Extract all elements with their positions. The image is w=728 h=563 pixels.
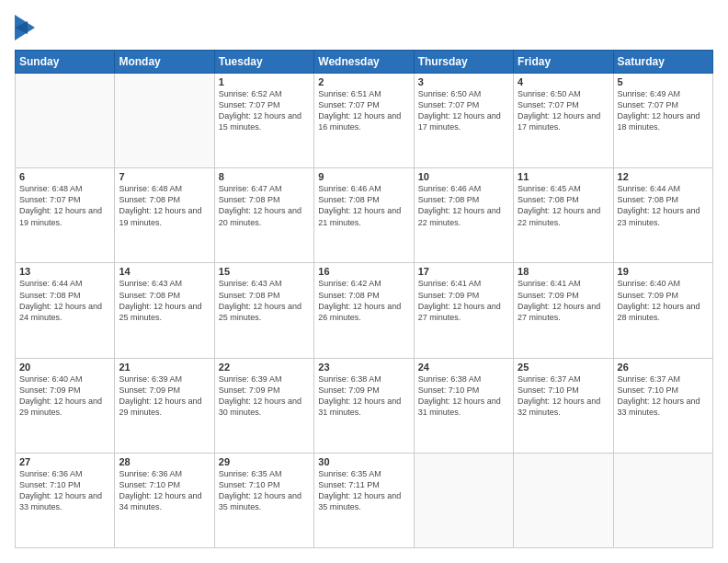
calendar-week-4: 27Sunrise: 6:36 AM Sunset: 7:10 PM Dayli…: [16, 453, 713, 547]
day-info: Sunrise: 6:50 AM Sunset: 7:07 PM Dayligh…: [418, 88, 509, 133]
day-number: 16: [318, 266, 409, 277]
day-number: 29: [219, 456, 310, 467]
day-info: Sunrise: 6:38 AM Sunset: 7:10 PM Dayligh…: [418, 373, 509, 419]
calendar-cell: 26Sunrise: 6:37 AM Sunset: 7:10 PM Dayli…: [613, 358, 712, 453]
day-info: Sunrise: 6:39 AM Sunset: 7:09 PM Dayligh…: [219, 373, 310, 419]
day-number: 7: [119, 171, 210, 182]
calendar-cell: 21Sunrise: 6:39 AM Sunset: 7:09 PM Dayli…: [115, 358, 214, 453]
day-number: 30: [318, 456, 409, 467]
calendar-cell: 13Sunrise: 6:44 AM Sunset: 7:08 PM Dayli…: [16, 263, 115, 358]
day-number: 17: [418, 266, 509, 277]
day-header-wednesday: Wednesday: [314, 51, 414, 74]
day-info: Sunrise: 6:39 AM Sunset: 7:09 PM Dayligh…: [119, 373, 210, 419]
calendar-cell: 2Sunrise: 6:51 AM Sunset: 7:07 PM Daylig…: [314, 74, 414, 168]
day-info: Sunrise: 6:43 AM Sunset: 7:08 PM Dayligh…: [119, 278, 210, 323]
calendar-cell: 28Sunrise: 6:36 AM Sunset: 7:10 PM Dayli…: [115, 453, 214, 547]
day-header-friday: Friday: [514, 51, 613, 74]
day-info: Sunrise: 6:40 AM Sunset: 7:09 PM Dayligh…: [19, 373, 110, 419]
calendar-week-0: 1Sunrise: 6:52 AM Sunset: 7:07 PM Daylig…: [16, 74, 713, 168]
day-number: 11: [518, 171, 609, 182]
day-info: Sunrise: 6:37 AM Sunset: 7:10 PM Dayligh…: [518, 373, 609, 419]
calendar-cell: 15Sunrise: 6:43 AM Sunset: 7:08 PM Dayli…: [214, 263, 313, 358]
day-number: 21: [119, 362, 210, 373]
day-info: Sunrise: 6:46 AM Sunset: 7:08 PM Dayligh…: [418, 183, 509, 228]
calendar-cell: 14Sunrise: 6:43 AM Sunset: 7:08 PM Dayli…: [115, 263, 214, 358]
day-number: 15: [219, 266, 310, 277]
calendar-cell: [16, 74, 115, 168]
day-number: 22: [219, 362, 310, 373]
day-info: Sunrise: 6:46 AM Sunset: 7:08 PM Dayligh…: [318, 183, 409, 228]
day-number: 23: [318, 362, 409, 373]
calendar-cell: 19Sunrise: 6:40 AM Sunset: 7:09 PM Dayli…: [613, 263, 712, 358]
day-info: Sunrise: 6:48 AM Sunset: 7:08 PM Dayligh…: [119, 183, 210, 228]
calendar-week-2: 13Sunrise: 6:44 AM Sunset: 7:08 PM Dayli…: [16, 263, 713, 358]
page: SundayMondayTuesdayWednesdayThursdayFrid…: [0, 0, 728, 563]
day-number: 28: [119, 456, 210, 467]
calendar-header-row: SundayMondayTuesdayWednesdayThursdayFrid…: [16, 51, 713, 74]
day-info: Sunrise: 6:37 AM Sunset: 7:10 PM Dayligh…: [618, 373, 709, 419]
day-header-saturday: Saturday: [613, 51, 712, 74]
day-info: Sunrise: 6:45 AM Sunset: 7:08 PM Dayligh…: [518, 183, 609, 228]
day-info: Sunrise: 6:41 AM Sunset: 7:09 PM Dayligh…: [418, 278, 509, 323]
day-number: 24: [418, 362, 509, 373]
calendar-cell: 20Sunrise: 6:40 AM Sunset: 7:09 PM Dayli…: [16, 358, 115, 453]
day-info: Sunrise: 6:47 AM Sunset: 7:08 PM Dayligh…: [219, 183, 310, 228]
calendar-week-3: 20Sunrise: 6:40 AM Sunset: 7:09 PM Dayli…: [16, 358, 713, 453]
calendar-cell: 25Sunrise: 6:37 AM Sunset: 7:10 PM Dayli…: [514, 358, 613, 453]
day-number: 1: [219, 76, 310, 87]
day-number: 10: [418, 171, 509, 182]
day-number: 12: [618, 171, 709, 182]
calendar-cell: 7Sunrise: 6:48 AM Sunset: 7:08 PM Daylig…: [115, 168, 214, 263]
calendar-cell: [115, 74, 214, 168]
day-info: Sunrise: 6:43 AM Sunset: 7:08 PM Dayligh…: [219, 278, 310, 323]
day-info: Sunrise: 6:35 AM Sunset: 7:10 PM Dayligh…: [219, 468, 310, 513]
calendar-cell: 30Sunrise: 6:35 AM Sunset: 7:11 PM Dayli…: [314, 453, 414, 547]
calendar-cell: 18Sunrise: 6:41 AM Sunset: 7:09 PM Dayli…: [514, 263, 613, 358]
day-info: Sunrise: 6:48 AM Sunset: 7:07 PM Dayligh…: [19, 183, 110, 228]
day-number: 26: [618, 362, 709, 373]
calendar-cell: 11Sunrise: 6:45 AM Sunset: 7:08 PM Dayli…: [514, 168, 613, 263]
day-header-thursday: Thursday: [414, 51, 513, 74]
calendar-cell: [613, 453, 712, 547]
day-number: 20: [19, 362, 110, 373]
day-number: 3: [418, 76, 509, 87]
calendar-cell: 10Sunrise: 6:46 AM Sunset: 7:08 PM Dayli…: [414, 168, 513, 263]
calendar-cell: 16Sunrise: 6:42 AM Sunset: 7:08 PM Dayli…: [314, 263, 414, 358]
day-info: Sunrise: 6:41 AM Sunset: 7:09 PM Dayligh…: [518, 278, 609, 323]
day-header-tuesday: Tuesday: [214, 51, 313, 74]
day-number: 8: [219, 171, 310, 182]
calendar-cell: 5Sunrise: 6:49 AM Sunset: 7:07 PM Daylig…: [613, 74, 712, 168]
calendar-table: SundayMondayTuesdayWednesdayThursdayFrid…: [15, 50, 713, 548]
calendar-cell: 17Sunrise: 6:41 AM Sunset: 7:09 PM Dayli…: [414, 263, 513, 358]
day-info: Sunrise: 6:44 AM Sunset: 7:08 PM Dayligh…: [19, 278, 110, 323]
day-info: Sunrise: 6:38 AM Sunset: 7:09 PM Dayligh…: [318, 373, 409, 419]
day-number: 19: [618, 266, 709, 277]
day-info: Sunrise: 6:49 AM Sunset: 7:07 PM Dayligh…: [618, 88, 709, 133]
day-info: Sunrise: 6:44 AM Sunset: 7:08 PM Dayligh…: [618, 183, 709, 228]
calendar-cell: 1Sunrise: 6:52 AM Sunset: 7:07 PM Daylig…: [214, 74, 313, 168]
day-info: Sunrise: 6:50 AM Sunset: 7:07 PM Dayligh…: [518, 88, 609, 133]
calendar-cell: 22Sunrise: 6:39 AM Sunset: 7:09 PM Dayli…: [214, 358, 313, 453]
calendar-week-1: 6Sunrise: 6:48 AM Sunset: 7:07 PM Daylig…: [16, 168, 713, 263]
day-number: 2: [318, 76, 409, 87]
day-header-monday: Monday: [115, 51, 214, 74]
calendar-cell: 6Sunrise: 6:48 AM Sunset: 7:07 PM Daylig…: [16, 168, 115, 263]
calendar-cell: [514, 453, 613, 547]
day-info: Sunrise: 6:40 AM Sunset: 7:09 PM Dayligh…: [618, 278, 709, 323]
day-info: Sunrise: 6:42 AM Sunset: 7:08 PM Dayligh…: [318, 278, 409, 323]
day-number: 14: [119, 266, 210, 277]
day-number: 5: [618, 76, 709, 87]
calendar-cell: 27Sunrise: 6:36 AM Sunset: 7:10 PM Dayli…: [16, 453, 115, 547]
calendar-cell: 9Sunrise: 6:46 AM Sunset: 7:08 PM Daylig…: [314, 168, 414, 263]
day-info: Sunrise: 6:36 AM Sunset: 7:10 PM Dayligh…: [119, 468, 210, 513]
day-number: 6: [19, 171, 110, 182]
day-number: 13: [19, 266, 110, 277]
calendar-cell: 12Sunrise: 6:44 AM Sunset: 7:08 PM Dayli…: [613, 168, 712, 263]
calendar-cell: 8Sunrise: 6:47 AM Sunset: 7:08 PM Daylig…: [214, 168, 313, 263]
logo-icon: [15, 15, 35, 40]
header: [15, 15, 713, 40]
day-number: 27: [19, 456, 110, 467]
day-info: Sunrise: 6:52 AM Sunset: 7:07 PM Dayligh…: [219, 88, 310, 133]
day-info: Sunrise: 6:36 AM Sunset: 7:10 PM Dayligh…: [19, 468, 110, 513]
day-number: 18: [518, 266, 609, 277]
